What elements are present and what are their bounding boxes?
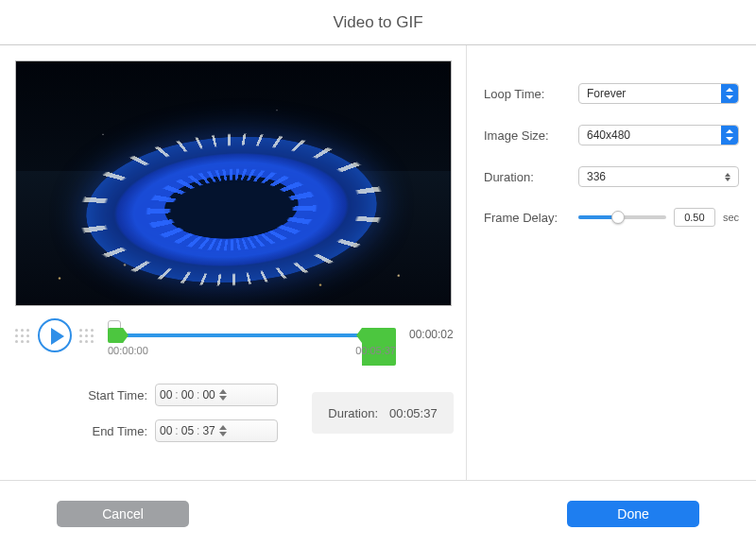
duration-input[interactable]: 336 [578, 166, 739, 187]
slider-knob[interactable] [611, 211, 625, 224]
frame-delay-unit: sec [723, 212, 739, 223]
duration-stepper[interactable] [725, 168, 736, 185]
duration-label: Duration: [484, 170, 578, 184]
end-time-stepper[interactable] [219, 421, 232, 440]
clip-duration-display: Duration: 00:05:37 [312, 392, 454, 434]
chevron-updown-icon [721, 126, 738, 145]
end-time-input[interactable]: 00: 05: 37 [155, 419, 278, 442]
loop-time-select[interactable]: Forever [578, 83, 739, 104]
drag-handle-right[interactable] [79, 321, 94, 350]
start-time-label: Start Time: [70, 388, 155, 402]
loop-time-label: Loop Time: [484, 87, 578, 101]
play-button[interactable] [38, 318, 72, 352]
timeline-end-label: 00:05:37 [355, 345, 396, 356]
timeline[interactable]: 00:00:00 00:05:37 00:00:02 [94, 316, 409, 354]
frame-delay-input[interactable]: 0.50 [674, 208, 715, 227]
timeline-start-label: 00:00:00 [108, 345, 148, 356]
frame-delay-slider[interactable] [578, 215, 666, 219]
start-time-stepper[interactable] [219, 385, 232, 404]
cancel-button[interactable]: Cancel [57, 501, 189, 527]
trim-start-handle[interactable] [108, 328, 124, 343]
frame-delay-label: Frame Delay: [484, 211, 578, 225]
chevron-updown-icon [721, 84, 738, 103]
window-title: Video to GIF [0, 0, 756, 45]
video-preview [15, 60, 452, 306]
drag-handle-left[interactable] [15, 321, 30, 350]
end-time-label: End Time: [70, 424, 155, 438]
timeline-current-label: 00:00:02 [409, 328, 460, 341]
start-time-input[interactable]: 00: 00: 00 [155, 384, 278, 406]
image-size-select[interactable]: 640x480 [578, 125, 739, 145]
done-button[interactable]: Done [567, 501, 699, 527]
image-size-label: Image Size: [484, 128, 578, 143]
